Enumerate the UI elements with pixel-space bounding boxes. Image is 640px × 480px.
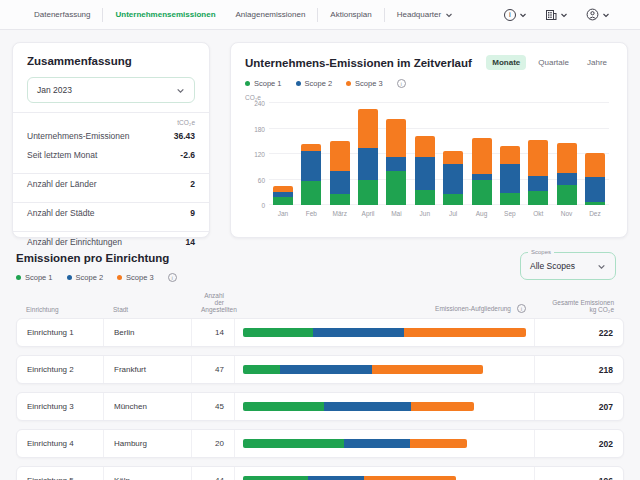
chevron-down-icon <box>445 11 453 19</box>
col-facility: Einrichtung <box>16 306 103 313</box>
facility-breakdown-bar <box>235 319 535 346</box>
y-axis-tick: 180 <box>245 126 265 133</box>
chart-legend-item: Scope 1 <box>245 79 282 88</box>
breakdown-track <box>243 476 526 480</box>
breakdown-segment-scope-1 <box>243 328 313 337</box>
chart-legend-item: Scope 3 <box>346 79 383 88</box>
stacked-bar <box>415 136 435 205</box>
segment-scope-1 <box>500 193 520 205</box>
nav-item-anlagenemissionen[interactable]: Anlagenemissionen <box>226 10 316 19</box>
y-axis-tick: 0 <box>245 202 265 209</box>
month-select[interactable]: Jan 2023 <box>27 77 195 103</box>
chevron-down-icon <box>519 11 527 19</box>
breakdown-segment-scope-3 <box>364 476 457 480</box>
segment-scope-3 <box>443 151 463 164</box>
facility-city: Berlin <box>104 319 192 346</box>
segment-scope-2 <box>386 157 406 171</box>
segment-scope-3 <box>386 119 406 157</box>
facility-city: München <box>104 393 192 420</box>
breakdown-segment-scope-3 <box>404 328 526 337</box>
organization-menu[interactable] <box>545 9 568 21</box>
facility-row[interactable]: Einrichtung 1Berlin14222 <box>16 318 624 347</box>
breakdown-info-icon[interactable]: i <box>517 304 526 313</box>
y-axis-tick: 240 <box>245 100 265 107</box>
legend-label: Scope 3 <box>126 273 154 282</box>
legend-dot <box>117 275 122 280</box>
x-axis-label: Okt <box>533 205 543 217</box>
chevron-down-icon <box>176 86 185 95</box>
segment-scope-3 <box>585 153 605 177</box>
y-axis-tick: 60 <box>245 177 265 184</box>
breakdown-segment-scope-3 <box>411 402 474 411</box>
breakdown-segment-scope-2 <box>280 365 373 374</box>
scopes-select[interactable]: Scopes Alle Scopes <box>520 252 616 280</box>
facility-total: 202 <box>535 430 623 457</box>
legend-info-icon[interactable]: i <box>168 273 177 282</box>
stacked-bar <box>301 144 321 205</box>
tab-monate[interactable]: Monate <box>486 55 526 70</box>
nav-item-unternehmensemissionen[interactable]: Unternehmensemissionen <box>105 10 225 19</box>
facility-name: Einrichtung 2 <box>17 356 104 383</box>
bar-column-jun: Jun <box>415 103 435 217</box>
legend-label: Scope 1 <box>25 273 53 282</box>
user-menu[interactable] <box>586 8 610 21</box>
nav-item-headquarter[interactable]: Headquarter <box>387 10 463 19</box>
nav-right-icons: i <box>504 8 610 21</box>
facility-row[interactable]: Einrichtung 2Frankfurt47218 <box>16 355 624 384</box>
facilities-legend-item: Scope 1 <box>16 273 53 282</box>
nav-separator <box>384 8 385 22</box>
info-menu[interactable]: i <box>504 9 527 21</box>
facility-row[interactable]: Einrichtung 3München45207 <box>16 392 624 421</box>
facility-employees: 20 <box>192 430 235 457</box>
facility-row[interactable]: Einrichtung 4Hamburg20202 <box>16 429 624 458</box>
legend-info-icon[interactable]: i <box>397 79 406 88</box>
x-axis-label: Aug <box>476 205 488 217</box>
segment-scope-3 <box>500 146 520 164</box>
facility-total: 196 <box>535 467 623 480</box>
facility-city: Hamburg <box>104 430 192 457</box>
facility-name: Einrichtung 3 <box>17 393 104 420</box>
nav-item-label: Headquarter <box>397 10 441 19</box>
summary-row: Anzahl der Städte9 <box>27 203 195 222</box>
x-axis-label: Jun <box>420 205 430 217</box>
summary-row-label: Anzahl der Städte <box>27 208 95 218</box>
stacked-bar <box>557 143 577 205</box>
stacked-bar <box>358 109 378 205</box>
facility-total: 218 <box>535 356 623 383</box>
scopes-select-label: Scopes <box>528 249 554 255</box>
facility-city: Frankfurt <box>104 356 192 383</box>
facilities-section: Emissionen pro Einrichtung Scope 1Scope … <box>12 252 628 480</box>
facility-row[interactable]: Einrichtung 5Köln44196 <box>16 466 624 480</box>
timechart-title: Unternehmens-Emissionen im Zeitverlauf <box>245 57 472 69</box>
facilities-title: Emissionen pro Einrichtung <box>16 252 177 264</box>
facility-breakdown-bar <box>235 356 535 383</box>
facilities-legend: Scope 1Scope 2Scope 3i <box>16 273 177 282</box>
segment-scope-3 <box>301 144 321 151</box>
bar-column-dez: Dez <box>585 103 605 217</box>
segment-scope-1 <box>273 197 293 205</box>
nav-item-aktionsplan[interactable]: Aktionsplan <box>320 10 381 19</box>
stacked-bar <box>528 140 548 205</box>
x-axis-label: Jan <box>278 205 288 217</box>
breakdown-track <box>243 402 526 411</box>
segment-scope-2 <box>528 176 548 191</box>
stacked-bar <box>500 146 520 205</box>
breakdown-segment-scope-2 <box>308 476 364 480</box>
bar-column-april: April <box>358 103 378 217</box>
breakdown-segment-scope-1 <box>243 476 308 480</box>
bar-column-sep: Sep <box>500 103 520 217</box>
segment-scope-2 <box>557 173 577 184</box>
segment-scope-3 <box>358 109 378 149</box>
summary-row: Unternehmens-Emissionen36.43 <box>27 126 195 145</box>
col-breakdown: Emissionen-Aufgliederung <box>435 305 511 312</box>
table-column-headers: Einrichtung Stadt Anzahl der Angestellte… <box>16 292 624 318</box>
col-total: Gesamte Emissionen kg CO₂e <box>536 299 624 313</box>
summary-row: Anzahl der Einrichtungen14 <box>27 232 195 251</box>
nav-item-datenerfassung[interactable]: Datenerfassung <box>24 10 100 19</box>
bar-column-nov: Nov <box>557 103 577 217</box>
summary-unit: tCO₂e <box>27 119 195 126</box>
tab-jahre[interactable]: Jahre <box>581 55 613 70</box>
legend-dot <box>67 275 72 280</box>
stacked-bar <box>443 151 463 205</box>
tab-quartale[interactable]: Quartale <box>532 55 575 70</box>
